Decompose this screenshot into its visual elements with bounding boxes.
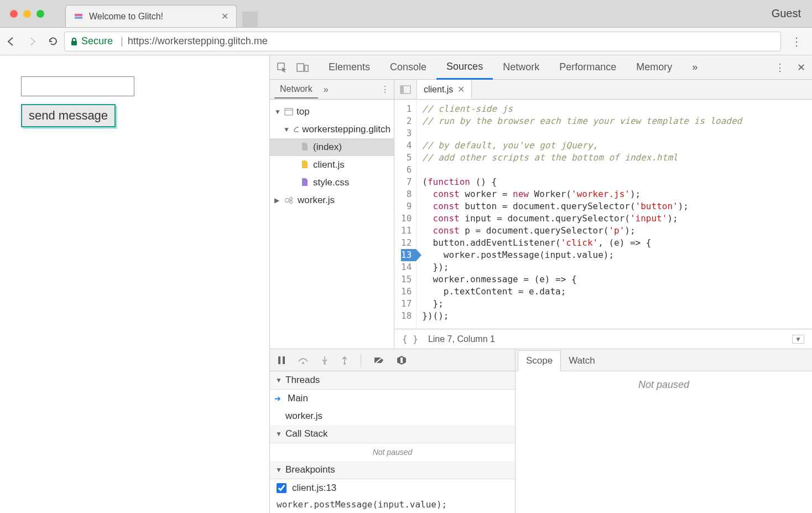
svg-point-8 bbox=[285, 199, 289, 203]
close-editor-tab-icon[interactable]: ✕ bbox=[457, 84, 465, 95]
devtools-close-icon[interactable]: ✕ bbox=[797, 61, 805, 74]
navigator-menu-icon[interactable]: ⋮ bbox=[381, 84, 389, 95]
address-bar: Secure | https://workerstepping.glitch.m… bbox=[0, 28, 812, 55]
inspect-icon[interactable] bbox=[277, 62, 288, 73]
reload-icon[interactable] bbox=[48, 36, 59, 47]
devtools-tabs: Elements Console Sources Network Perform… bbox=[270, 55, 812, 80]
secure-label: Secure bbox=[81, 35, 113, 47]
navigator-overflow-icon[interactable]: » bbox=[324, 85, 329, 95]
devtools: Elements Console Sources Network Perform… bbox=[270, 55, 812, 513]
device-icon[interactable] bbox=[296, 62, 309, 73]
pause-on-exceptions-icon[interactable] bbox=[397, 355, 407, 365]
url-text: https://workerstepping.glitch.me bbox=[128, 35, 268, 47]
maximize-window-icon[interactable] bbox=[37, 10, 44, 18]
navigator-panel: Network » ⋮ ▼top ▼workerstepping.glitch … bbox=[270, 80, 394, 349]
favicon-icon bbox=[74, 12, 84, 22]
svg-point-15 bbox=[302, 362, 304, 364]
debugger-panel: ▼Threads Main worker.js ▼Call Stack Not … bbox=[270, 349, 812, 513]
tab-sources[interactable]: Sources bbox=[436, 55, 493, 80]
svg-point-9 bbox=[290, 198, 293, 200]
minimize-window-icon[interactable] bbox=[23, 10, 31, 18]
editor-tab-clientjs[interactable]: client.js ✕ bbox=[417, 80, 472, 99]
svg-rect-6 bbox=[285, 108, 293, 115]
deactivate-breakpoints-icon[interactable] bbox=[373, 356, 384, 365]
breakpoint-item[interactable]: client.js:13 bbox=[270, 479, 515, 497]
callstack-not-paused: Not paused bbox=[270, 443, 515, 461]
pause-icon[interactable] bbox=[278, 356, 285, 365]
thread-main[interactable]: Main bbox=[270, 390, 515, 407]
tab-performance[interactable]: Performance bbox=[549, 56, 626, 79]
svg-rect-2 bbox=[71, 41, 77, 45]
step-into-icon[interactable] bbox=[321, 355, 329, 365]
tab-network[interactable]: Network bbox=[493, 56, 549, 79]
tree-domain[interactable]: ▼workerstepping.glitch bbox=[270, 121, 394, 138]
message-input[interactable] bbox=[21, 76, 134, 96]
profile-label[interactable]: Guest bbox=[772, 7, 801, 20]
send-message-button[interactable]: send message bbox=[21, 104, 116, 127]
svg-rect-14 bbox=[283, 356, 285, 364]
tree-worker[interactable]: ▶worker.js bbox=[270, 191, 394, 209]
cursor-position: Line 7, Column 1 bbox=[428, 334, 495, 344]
editor-footer-dropdown-icon[interactable]: ▼ bbox=[792, 335, 804, 344]
code-editor[interactable]: 123456789101112131415161718 // client-si… bbox=[394, 100, 812, 329]
devtools-menu-icon[interactable]: ⋮ bbox=[775, 61, 785, 74]
svg-rect-13 bbox=[278, 356, 280, 364]
tabs: Welcome to Glitch! ✕ bbox=[65, 0, 258, 27]
thread-worker[interactable]: worker.js bbox=[270, 407, 515, 425]
svg-point-10 bbox=[290, 201, 293, 204]
tab-title: Welcome to Glitch! bbox=[89, 12, 216, 22]
breakpoint-code: worker.postMessage(input.value); bbox=[270, 497, 515, 512]
navigator-tab-network[interactable]: Network bbox=[274, 81, 318, 99]
tab-memory[interactable]: Memory bbox=[626, 56, 682, 79]
tree-file-index[interactable]: (index) bbox=[270, 138, 394, 156]
toggle-navigator-icon[interactable] bbox=[394, 80, 417, 99]
tab-scope[interactable]: Scope bbox=[518, 350, 561, 371]
svg-rect-1 bbox=[75, 17, 82, 19]
tree-top[interactable]: ▼top bbox=[270, 103, 394, 121]
file-tree: ▼top ▼workerstepping.glitch (index) clie… bbox=[270, 100, 394, 213]
tree-file-clientjs[interactable]: client.js bbox=[270, 156, 394, 174]
close-window-icon[interactable] bbox=[10, 10, 18, 18]
svg-rect-22 bbox=[400, 357, 403, 363]
editor-panel: client.js ✕ 123456789101112131415161718 … bbox=[394, 80, 812, 349]
forward-icon bbox=[27, 36, 38, 47]
svg-point-19 bbox=[343, 362, 346, 365]
tab-overflow[interactable]: » bbox=[682, 56, 707, 79]
debug-toolbar bbox=[270, 349, 515, 371]
svg-rect-12 bbox=[400, 86, 404, 94]
svg-rect-0 bbox=[75, 14, 82, 16]
browser-tab[interactable]: Welcome to Glitch! ✕ bbox=[65, 5, 237, 27]
breakpoints-header[interactable]: ▼Breakpoints bbox=[270, 461, 515, 479]
back-icon[interactable] bbox=[6, 36, 17, 47]
lock-icon bbox=[70, 37, 78, 46]
url-input[interactable]: Secure | https://workerstepping.glitch.m… bbox=[64, 32, 781, 51]
threads-header[interactable]: ▼Threads bbox=[270, 371, 515, 390]
svg-point-17 bbox=[324, 362, 326, 365]
new-tab-button[interactable] bbox=[242, 12, 258, 27]
step-out-icon[interactable] bbox=[341, 355, 348, 365]
scope-not-paused: Not paused bbox=[516, 371, 812, 513]
svg-rect-4 bbox=[297, 64, 304, 71]
tab-watch[interactable]: Watch bbox=[561, 351, 603, 371]
step-over-icon[interactable] bbox=[298, 356, 309, 365]
page-content: send message bbox=[0, 55, 270, 513]
format-icon[interactable]: { } bbox=[402, 334, 418, 344]
tab-elements[interactable]: Elements bbox=[319, 56, 380, 79]
chrome-menu-icon[interactable]: ⋮ bbox=[787, 35, 806, 48]
tree-file-stylecss[interactable]: style.css bbox=[270, 174, 394, 191]
tab-console[interactable]: Console bbox=[380, 56, 436, 79]
window-controls bbox=[0, 10, 54, 18]
close-tab-icon[interactable]: ✕ bbox=[221, 11, 228, 22]
callstack-header[interactable]: ▼Call Stack bbox=[270, 425, 515, 443]
svg-rect-5 bbox=[305, 65, 308, 71]
breakpoint-checkbox[interactable] bbox=[277, 483, 287, 493]
browser-tab-strip: Welcome to Glitch! ✕ Guest bbox=[0, 0, 812, 28]
